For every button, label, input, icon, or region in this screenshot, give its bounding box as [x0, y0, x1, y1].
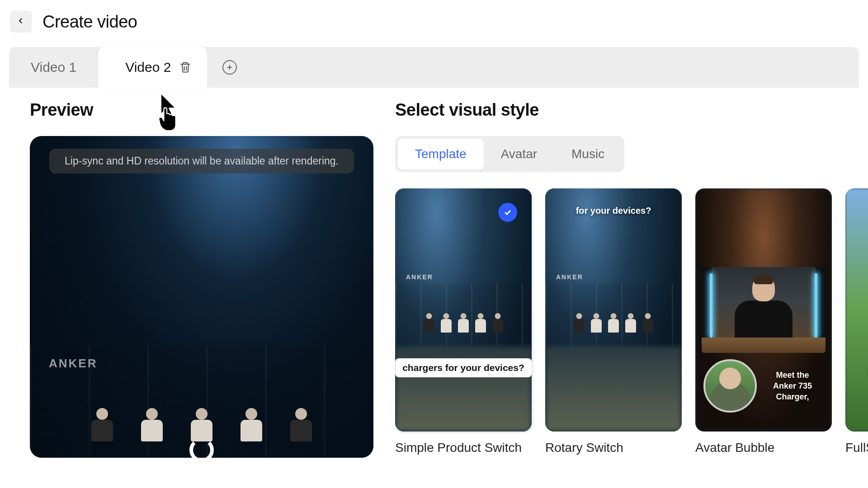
scene-figure [236, 408, 267, 453]
filter-music[interactable]: Music [554, 139, 622, 169]
filter-label: Music [571, 147, 604, 161]
video-tabs: Video 1 Video 2 [9, 47, 859, 88]
page-title: Create video [42, 12, 137, 32]
add-video-tab[interactable] [207, 47, 252, 88]
visual-style-column: Select visual style Template Avatar Musi… [395, 100, 868, 458]
template-thumbnail[interactable]: ANKER chargers for your devices? [395, 188, 532, 432]
template-name: Avatar Bubble [695, 441, 832, 455]
template-card-simple-product-switch[interactable]: ANKER chargers for your devices? Simple [395, 188, 532, 455]
preview-column: Preview Lip-sync and HD resolution will … [30, 100, 373, 458]
tab-label: Video 1 [31, 60, 76, 75]
plus-circle-icon [222, 60, 237, 75]
scene-figure [136, 408, 168, 453]
visual-style-title: Select visual style [395, 100, 868, 120]
thumbnail-brand-text: ANKER [406, 273, 433, 281]
template-name: Simple Product Switch [395, 441, 532, 455]
selected-check-icon [498, 203, 517, 222]
tab-label: Video 2 [125, 60, 171, 75]
thumbnail-brand-text: ANKER [556, 273, 583, 281]
avatar-bubble-icon [703, 359, 757, 413]
template-thumbnail[interactable]: for your devices? ANKER [545, 188, 682, 432]
template-name: Rotary Switch [545, 441, 682, 455]
chevron-left-icon [17, 17, 25, 27]
scene-figure [86, 408, 118, 453]
template-thumbnail[interactable]: Fa [845, 188, 868, 432]
preview-player[interactable]: Lip-sync and HD resolution will be avail… [30, 136, 373, 458]
scene-figure [285, 408, 317, 453]
template-thumbnail[interactable]: Meet the Anker 735 Charger, [695, 188, 832, 432]
template-card-avatar-bubble[interactable]: Meet the Anker 735 Charger, Avatar Bubbl… [695, 188, 832, 455]
template-card-rotary-switch[interactable]: for your devices? ANKER Rotary Switch [545, 188, 682, 455]
filter-label: Template [415, 147, 467, 161]
thumbnail-top-caption: for your devices? [545, 206, 682, 216]
filter-avatar[interactable]: Avatar [484, 139, 554, 169]
filter-label: Avatar [501, 147, 537, 161]
style-filter-tabs: Template Avatar Music [395, 136, 624, 172]
filter-template[interactable]: Template [398, 139, 484, 169]
template-card-fullscreen[interactable]: Fa FullS [845, 188, 868, 455]
template-name: FullS [845, 441, 868, 455]
preview-notice: Lip-sync and HD resolution will be avail… [49, 149, 354, 174]
template-list[interactable]: ANKER chargers for your devices? Simple [395, 188, 868, 455]
preview-title: Preview [30, 100, 373, 120]
tab-video-2[interactable]: Video 2 [98, 47, 207, 88]
tab-video-1[interactable]: Video 1 [9, 47, 98, 88]
trash-icon[interactable] [179, 61, 192, 74]
page-header: Create video [0, 0, 868, 47]
main-content: Preview Lip-sync and HD resolution will … [0, 100, 868, 458]
back-button[interactable] [10, 11, 32, 33]
thumbnail-caption: chargers for your devices? [395, 358, 532, 377]
thumbnail-bubble-caption: Meet the Anker 735 Charger, [761, 370, 824, 403]
